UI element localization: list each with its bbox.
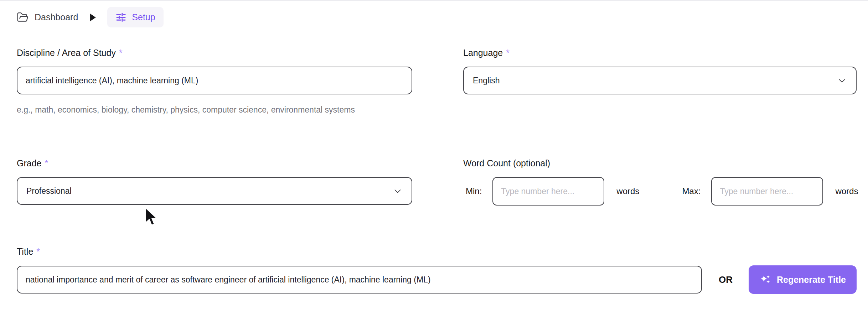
- chevron-down-icon: [837, 76, 847, 85]
- breadcrumb-item-setup[interactable]: Setup: [107, 7, 163, 27]
- word-count-field-group: Word Count (optional) Min: words Max: wo…: [463, 158, 868, 206]
- regenerate-title-label: Regenerate Title: [777, 275, 846, 285]
- min-unit-label: words: [616, 186, 639, 196]
- or-label: OR: [719, 274, 733, 285]
- discipline-label-text: Discipline / Area of Study: [17, 48, 116, 58]
- grade-select[interactable]: Professional: [17, 177, 412, 205]
- max-unit-label: words: [835, 186, 858, 196]
- required-asterisk: *: [36, 246, 40, 256]
- breadcrumb-item-dashboard[interactable]: Dashboard: [17, 11, 78, 23]
- required-asterisk: *: [45, 158, 48, 168]
- folder-open-icon: [17, 11, 29, 23]
- sparkles-icon: [759, 274, 771, 286]
- regenerate-title-button[interactable]: Regenerate Title: [749, 265, 857, 294]
- language-selected-value: English: [473, 76, 500, 85]
- title-row: OR Regenerate Title: [17, 265, 857, 294]
- triangle-right-icon: [89, 13, 97, 22]
- language-select[interactable]: English: [463, 67, 857, 94]
- required-asterisk: *: [506, 48, 510, 58]
- discipline-input[interactable]: [17, 67, 412, 94]
- min-words-input[interactable]: [492, 177, 604, 206]
- language-field-group: Language* English: [463, 47, 857, 94]
- discipline-helper-text: e.g., math, economics, biology, chemistr…: [17, 105, 412, 115]
- chevron-down-icon: [393, 186, 403, 196]
- title-label-text: Title: [17, 246, 33, 256]
- word-count-label: Word Count (optional): [463, 158, 868, 169]
- title-field-group: Title* OR Regenerate Title: [17, 246, 857, 294]
- grade-selected-value: Professional: [26, 186, 72, 196]
- breadcrumb: Dashboard Setup: [17, 7, 164, 27]
- breadcrumb-setup-label: Setup: [132, 12, 155, 22]
- title-input[interactable]: [17, 266, 702, 294]
- min-label: Min:: [466, 186, 482, 196]
- grade-label: Grade*: [17, 158, 412, 169]
- required-asterisk: *: [119, 48, 123, 58]
- sliders-icon: [115, 12, 126, 23]
- max-words-input[interactable]: [711, 177, 823, 206]
- title-label: Title*: [17, 246, 857, 257]
- word-count-row: Min: words Max: words: [463, 177, 868, 206]
- top-divider: [0, 0, 868, 1]
- grade-label-text: Grade: [17, 158, 41, 168]
- discipline-field-group: Discipline / Area of Study* e.g., math, …: [17, 47, 412, 115]
- mouse-cursor: [144, 207, 158, 228]
- discipline-label: Discipline / Area of Study*: [17, 47, 412, 58]
- grade-field-group: Grade* Professional: [17, 158, 412, 205]
- language-label-text: Language: [463, 48, 503, 58]
- max-label: Max:: [682, 186, 701, 196]
- language-label: Language*: [463, 47, 857, 58]
- breadcrumb-dashboard-label: Dashboard: [35, 12, 78, 22]
